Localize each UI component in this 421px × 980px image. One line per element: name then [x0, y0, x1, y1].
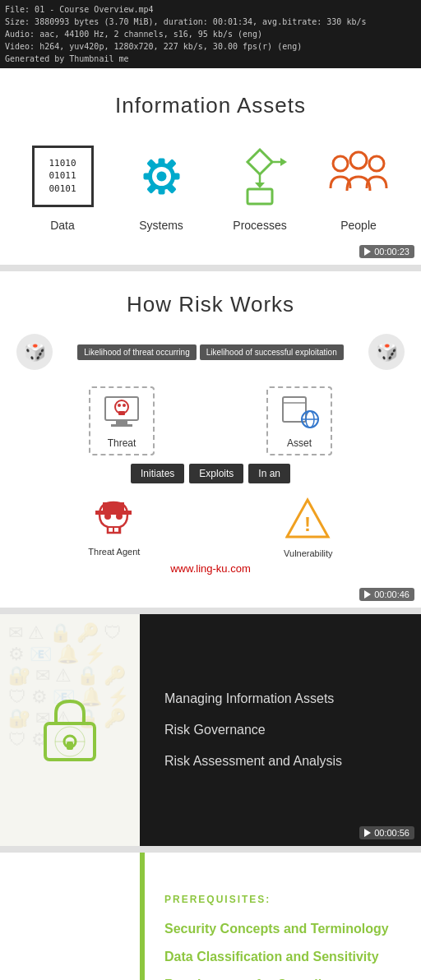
threat-agent-item: Threat Agent	[88, 498, 140, 557]
play-icon-2	[364, 590, 371, 599]
processes-icon	[227, 143, 293, 209]
svg-marker-12	[255, 183, 265, 188]
risk-label-1: Likelihood of threat occurring	[77, 344, 196, 360]
threat-box: Threat	[89, 386, 155, 455]
prereq-accent	[140, 853, 145, 980]
asset-data: 11010 01011 00101 Data	[25, 143, 99, 232]
prereq-item-1: Security Concepts and Terminology	[164, 922, 396, 936]
info-line-2: Size: 3880993 bytes (3.70 MiB), duration…	[5, 16, 416, 28]
svg-marker-10	[248, 150, 272, 174]
svg-rect-21	[111, 424, 132, 427]
prereq-label: PREREQUISITES:	[164, 894, 396, 905]
btn-exploits: Exploits	[189, 464, 243, 483]
data-label: Data	[50, 219, 75, 232]
timestamp-3: 00:00:56	[359, 826, 414, 839]
people-label: People	[340, 219, 377, 232]
btn-initiates: Initiates	[131, 464, 184, 483]
risk-header: 🎲 Likelihood of threat occurring Likelih…	[16, 334, 405, 370]
panel-information-assets: Information Assets 11010 01011 00101 Dat…	[0, 68, 421, 265]
play-icon-3	[364, 829, 371, 837]
info-line-5: Generated by Thumbnail me	[5, 53, 416, 65]
btn-inan: In an	[248, 464, 290, 483]
vulnerability-item: ! Vulnerability	[284, 496, 333, 558]
panel3-left: ✉ ⚠ 🔒 🔑 🛡 ⚙ 📧 🔔 ⚡ 🔐 ✉ ⚠ 🔒 🔑 🛡 ⚙ 📧 🔔 ⚡ 🔐 …	[0, 614, 140, 846]
threat-agent-label: Threat Agent	[88, 547, 140, 557]
lock-icon	[41, 697, 99, 763]
svg-rect-13	[248, 189, 272, 204]
svg-rect-4	[171, 173, 179, 179]
info-line-1: File: 01 - Course Overview.mp4	[5, 3, 416, 16]
action-buttons: Initiates Exploits In an	[16, 464, 405, 483]
asset-people: People	[322, 143, 396, 232]
processes-label: Processes	[233, 219, 286, 232]
course-item-3: Risk Assessment and Analysis	[164, 754, 396, 769]
data-icon: 11010 01011 00101	[30, 143, 95, 209]
svg-point-25	[123, 404, 126, 407]
vulnerability-label: Vulnerability	[284, 548, 333, 558]
people-icon	[326, 143, 391, 209]
play-icon-1	[364, 247, 371, 256]
svg-point-34	[116, 513, 123, 520]
svg-point-24	[118, 404, 121, 407]
panel3-right: Managing Information Assets Risk Governa…	[140, 614, 421, 846]
asset-systems: Systems	[124, 143, 198, 232]
svg-point-18	[350, 152, 367, 169]
svg-rect-20	[116, 420, 127, 424]
watermark: www.ling-ku.com	[16, 562, 405, 575]
prereq-item-2: Data Classification and Sensitivity	[164, 950, 396, 964]
systems-icon	[128, 143, 194, 209]
assets-row: 11010 01011 00101 Data	[16, 143, 405, 232]
systems-label: Systems	[139, 219, 183, 232]
dice-left-icon: 🎲	[16, 334, 53, 370]
info-line-4: Video: h264, yuv420p, 1280x720, 227 kb/s…	[5, 40, 416, 53]
svg-point-33	[104, 513, 111, 520]
svg-rect-3	[158, 186, 164, 194]
svg-text:!: !	[304, 513, 311, 535]
info-bar: File: 01 - Course Overview.mp4 Size: 388…	[0, 0, 421, 68]
course-item-1: Managing Information Assets	[164, 691, 396, 706]
risk-label-2: Likelihood of successful exploitation	[200, 344, 344, 360]
dice-right-icon: 🎲	[368, 334, 405, 370]
info-line-3: Audio: aac, 44100 Hz, 2 channels, s16, 9…	[5, 28, 416, 40]
course-item-2: Risk Governance	[164, 723, 396, 737]
asset-label: Asset	[287, 437, 312, 449]
svg-rect-5	[143, 173, 151, 179]
svg-rect-2	[158, 158, 164, 166]
binary-text: 11010 01011 00101	[49, 157, 76, 195]
panel-course-outline: ✉ ⚠ 🔒 🔑 🛡 ⚙ 📧 🔔 ⚡ 🔐 ✉ ⚠ 🔒 🔑 🛡 ⚙ 📧 🔔 ⚡ 🔐 …	[0, 608, 421, 846]
threat-label: Threat	[108, 437, 136, 449]
asset-box: Asset	[266, 386, 332, 455]
asset-processes: Processes	[223, 143, 297, 232]
svg-rect-41	[67, 742, 73, 750]
svg-rect-31	[95, 511, 132, 515]
svg-rect-23	[118, 411, 125, 415]
risk-labels: Likelihood of threat occurring Likelihoo…	[53, 344, 368, 360]
svg-rect-32	[103, 502, 124, 511]
threat-agent-row: Threat Agent ! Vulnerability	[16, 496, 405, 558]
svg-point-17	[369, 156, 384, 171]
panel1-title: Information Assets	[16, 93, 405, 118]
panel-prerequisites: PREREQUISITES: Security Concepts and Ter…	[0, 846, 421, 980]
timestamp-2: 00:00:46	[359, 588, 414, 601]
svg-marker-15	[280, 158, 287, 166]
panel-how-risk-works: How Risk Works 🎲 Likelihood of threat oc…	[0, 265, 421, 608]
svg-point-16	[333, 156, 348, 171]
svg-point-1	[156, 171, 166, 181]
timestamp-1: 00:00:23	[359, 245, 414, 258]
panel2-title: How Risk Works	[16, 292, 405, 317]
